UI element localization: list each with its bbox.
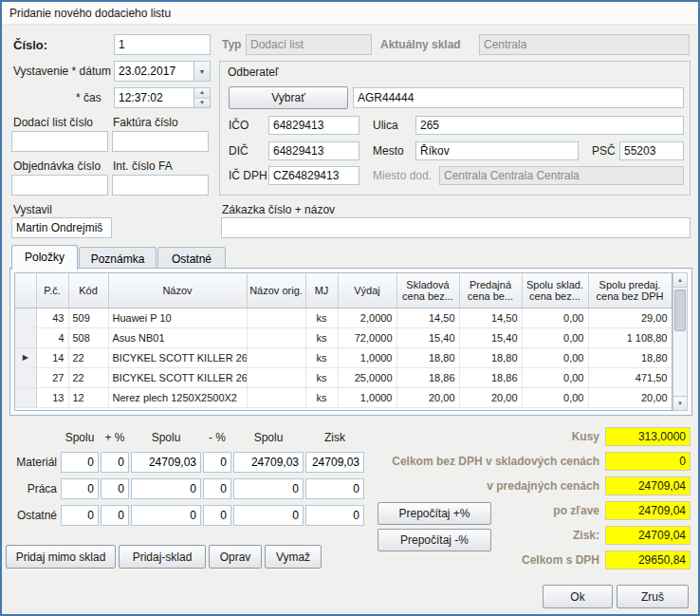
ostatne-plus-input[interactable] xyxy=(101,505,129,526)
ostatne-spolu3-input[interactable] xyxy=(233,505,304,526)
col-header-kod[interactable]: Kód xyxy=(68,273,108,308)
cell-predajna: 18,86 xyxy=(459,367,522,387)
zrus-button[interactable]: Zruš xyxy=(617,585,689,608)
ostatne-spolu1-input[interactable] xyxy=(61,505,99,526)
col-header-vydaj[interactable]: Výdaj xyxy=(338,273,396,308)
cell-pc: 27 xyxy=(36,367,68,387)
ostatne-spolu2-input[interactable] xyxy=(131,505,201,526)
cell-nazov-orig xyxy=(247,347,305,367)
pridaj-mimo-sklad-button[interactable]: Pridaj mimo sklad xyxy=(6,545,116,569)
scrollbar-thumb[interactable] xyxy=(674,289,686,331)
praca-row-label: Práca xyxy=(6,482,57,495)
cell-predajna: 18,80 xyxy=(459,347,522,367)
ico-input[interactable] xyxy=(268,116,359,135)
mesto-label: Mesto xyxy=(373,144,404,158)
spin-up-icon[interactable]: ▲ xyxy=(194,88,210,99)
col-header-nazov[interactable]: Názov xyxy=(108,273,247,308)
material-spolu2-input[interactable] xyxy=(131,452,201,473)
col-header-spolu-predaj[interactable]: Spolu predaj. cena bez DPH xyxy=(588,273,672,308)
cell-mj: ks xyxy=(305,347,338,367)
praca-plus-input[interactable] xyxy=(101,478,129,499)
cell-kod: 22 xyxy=(68,347,108,367)
ostatne-minus-input[interactable] xyxy=(203,505,231,526)
miesto-dod-label: Miesto dod. xyxy=(373,169,432,182)
table-row-selected[interactable]: ▶ 14 22 BICYKEL SCOTT KILLER 26 ks 1,000… xyxy=(15,347,672,367)
ostatne-zisk-input[interactable] xyxy=(305,505,364,526)
tab-polozky[interactable]: Položky xyxy=(11,245,78,270)
table-row[interactable]: 4 508 Asus NB01 ks 72,0000 15,40 15,40 0… xyxy=(15,327,672,347)
calendar-dropdown-icon[interactable]: ▼ xyxy=(193,62,210,81)
vymaz-button[interactable]: Vymaž xyxy=(265,545,322,569)
ulica-input[interactable] xyxy=(415,116,684,135)
cell-vydaj: 25,0000 xyxy=(338,367,396,387)
cell-nazov-orig xyxy=(247,327,305,347)
cell-kod: 12 xyxy=(68,387,108,407)
row-indicator xyxy=(15,387,36,407)
cell-spolu-sklad: 0,00 xyxy=(522,387,588,407)
cell-spolu-sklad: 0,00 xyxy=(522,327,588,347)
date-field[interactable]: 23.02.2017 ▼ xyxy=(114,61,211,82)
cell-predajna: 20,00 xyxy=(459,387,522,407)
mesto-input[interactable] xyxy=(415,141,579,160)
table-row[interactable]: 27 22 BICYKEL SCOTT KILLER 26 ks 25,0000… xyxy=(15,367,672,387)
vystavil-input[interactable] xyxy=(11,217,112,238)
cell-spolu-predaj: 18,80 xyxy=(588,347,672,367)
tab-poznamka[interactable]: Poznámka xyxy=(79,247,157,270)
table-row[interactable]: 43 509 Huawei P 10 ks 2,0000 14,50 14,50… xyxy=(15,308,672,327)
praca-spolu2-input[interactable] xyxy=(131,478,201,499)
cell-spolu-predaj: 1 108,80 xyxy=(588,327,672,347)
oprav-button[interactable]: Oprav xyxy=(209,545,262,569)
kusy-label: Kusy xyxy=(286,430,599,443)
cislo-input[interactable] xyxy=(114,34,211,55)
date-value: 23.02.2017 xyxy=(115,62,193,81)
int-cislo-fa-input[interactable] xyxy=(112,175,209,196)
cell-nazov-orig xyxy=(247,387,305,407)
scroll-down-icon[interactable]: ▼ xyxy=(673,396,687,410)
po-zlave-value: 24709,04 xyxy=(605,501,691,520)
material-plus-input[interactable] xyxy=(101,452,129,473)
ok-button[interactable]: Ok xyxy=(543,585,613,608)
zakazka-input[interactable] xyxy=(221,217,691,238)
pridaj-sklad-button[interactable]: Pridaj-sklad xyxy=(119,545,206,569)
dic-input[interactable] xyxy=(268,141,359,160)
tab-ostatne[interactable]: Ostatné xyxy=(157,247,226,270)
ulica-label: Ulica xyxy=(373,119,398,132)
celkom-s-dph-label: Celkom s DPH xyxy=(495,553,599,567)
faktura-cislo-input[interactable] xyxy=(112,131,209,152)
vertical-scrollbar[interactable]: ▲ ▼ xyxy=(672,272,688,411)
cell-nazov: BICYKEL SCOTT KILLER 26 xyxy=(108,367,247,387)
prepocitaj-minus-button[interactable]: Prepočítaj -% xyxy=(378,529,491,551)
col-header-mj[interactable]: MJ xyxy=(305,273,338,308)
vybrat-button[interactable]: Vybrať xyxy=(229,86,348,109)
col-header-spolu-sklad[interactable]: Spolu sklad. cena bez... xyxy=(522,273,588,308)
prepocitaj-plus-button[interactable]: Prepočítaj +% xyxy=(378,502,491,525)
col-header-predajna-cena[interactable]: Predajná cena be... xyxy=(459,273,522,308)
cell-spolu-sklad: 0,00 xyxy=(522,308,588,327)
aktualny-sklad-label: Aktuálny sklad xyxy=(380,38,461,51)
cell-pc: 43 xyxy=(36,308,68,327)
praca-minus-input[interactable] xyxy=(203,478,231,499)
col-header-skladova-cena[interactable]: Skladová cena bez... xyxy=(396,273,459,308)
table-row[interactable]: 13 12 Nerez plech 1250X2500X2 ks 1,0000 … xyxy=(15,387,672,407)
spin-down-icon[interactable]: ▼ xyxy=(194,99,210,108)
objednavka-cislo-input[interactable] xyxy=(11,175,108,196)
ic-dph-input[interactable] xyxy=(268,166,359,185)
psc-input[interactable] xyxy=(619,141,684,160)
time-field[interactable]: 12:37:02 ▲ ▼ xyxy=(114,87,211,108)
vystavil-label: Vystavil xyxy=(13,203,52,216)
odberatel-groupbox: Odberateľ Vybrať IČO Ulica DIČ Mesto PSČ… xyxy=(219,61,691,196)
odberatel-kod-input[interactable] xyxy=(353,87,684,108)
scroll-up-icon[interactable]: ▲ xyxy=(673,273,687,288)
material-minus-input[interactable] xyxy=(203,452,231,473)
dodaci-list-cislo-input[interactable] xyxy=(11,131,108,152)
col-header-pc[interactable]: P.č. xyxy=(36,273,68,308)
zisk-label: Zisk: xyxy=(495,529,599,542)
time-spinner[interactable]: ▲ ▼ xyxy=(193,88,210,107)
row-indicator xyxy=(15,327,36,347)
cell-vydaj: 1,0000 xyxy=(338,387,396,407)
col-header-nazov-orig[interactable]: Názov orig. xyxy=(247,273,305,308)
kusy-value: 313,0000 xyxy=(605,427,691,446)
material-spolu1-input[interactable] xyxy=(61,452,99,473)
praca-spolu1-input[interactable] xyxy=(61,478,99,499)
cell-pc: 14 xyxy=(36,347,68,367)
